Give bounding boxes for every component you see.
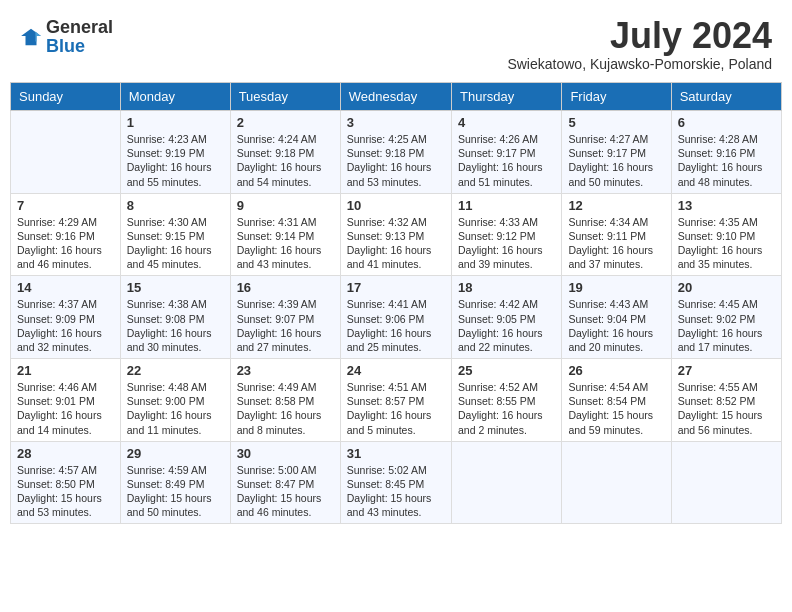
day-number: 4 <box>458 115 555 130</box>
day-cell: 18Sunrise: 4:42 AMSunset: 9:05 PMDayligh… <box>451 276 561 359</box>
subtitle: Swiekatowo, Kujawsko-Pomorskie, Poland <box>507 56 772 72</box>
day-header-saturday: Saturday <box>671 83 781 111</box>
day-info: Sunrise: 4:27 AMSunset: 9:17 PMDaylight:… <box>568 132 664 189</box>
day-info: Sunrise: 4:37 AMSunset: 9:09 PMDaylight:… <box>17 297 114 354</box>
day-number: 18 <box>458 280 555 295</box>
day-cell: 13Sunrise: 4:35 AMSunset: 9:10 PMDayligh… <box>671 193 781 276</box>
day-info: Sunrise: 4:35 AMSunset: 9:10 PMDaylight:… <box>678 215 775 272</box>
week-row-3: 14Sunrise: 4:37 AMSunset: 9:09 PMDayligh… <box>11 276 782 359</box>
day-number: 17 <box>347 280 445 295</box>
day-info: Sunrise: 4:28 AMSunset: 9:16 PMDaylight:… <box>678 132 775 189</box>
day-info: Sunrise: 4:25 AMSunset: 9:18 PMDaylight:… <box>347 132 445 189</box>
calendar-table: SundayMondayTuesdayWednesdayThursdayFrid… <box>10 82 782 524</box>
day-number: 28 <box>17 446 114 461</box>
day-cell: 12Sunrise: 4:34 AMSunset: 9:11 PMDayligh… <box>562 193 671 276</box>
calendar-header: SundayMondayTuesdayWednesdayThursdayFrid… <box>11 83 782 111</box>
day-info: Sunrise: 4:23 AMSunset: 9:19 PMDaylight:… <box>127 132 224 189</box>
month-title: July 2024 <box>507 18 772 54</box>
header-row: SundayMondayTuesdayWednesdayThursdayFrid… <box>11 83 782 111</box>
day-cell: 20Sunrise: 4:45 AMSunset: 9:02 PMDayligh… <box>671 276 781 359</box>
day-number: 15 <box>127 280 224 295</box>
day-info: Sunrise: 4:41 AMSunset: 9:06 PMDaylight:… <box>347 297 445 354</box>
day-cell: 6Sunrise: 4:28 AMSunset: 9:16 PMDaylight… <box>671 111 781 194</box>
day-number: 30 <box>237 446 334 461</box>
day-number: 1 <box>127 115 224 130</box>
day-info: Sunrise: 5:02 AMSunset: 8:45 PMDaylight:… <box>347 463 445 520</box>
day-number: 20 <box>678 280 775 295</box>
day-cell: 16Sunrise: 4:39 AMSunset: 9:07 PMDayligh… <box>230 276 340 359</box>
day-number: 26 <box>568 363 664 378</box>
title-area: July 2024 Swiekatowo, Kujawsko-Pomorskie… <box>507 18 772 72</box>
day-cell: 23Sunrise: 4:49 AMSunset: 8:58 PMDayligh… <box>230 359 340 442</box>
day-cell: 7Sunrise: 4:29 AMSunset: 9:16 PMDaylight… <box>11 193 121 276</box>
day-info: Sunrise: 4:51 AMSunset: 8:57 PMDaylight:… <box>347 380 445 437</box>
day-cell <box>451 441 561 524</box>
day-info: Sunrise: 4:52 AMSunset: 8:55 PMDaylight:… <box>458 380 555 437</box>
day-header-thursday: Thursday <box>451 83 561 111</box>
day-info: Sunrise: 4:45 AMSunset: 9:02 PMDaylight:… <box>678 297 775 354</box>
day-info: Sunrise: 4:43 AMSunset: 9:04 PMDaylight:… <box>568 297 664 354</box>
week-row-4: 21Sunrise: 4:46 AMSunset: 9:01 PMDayligh… <box>11 359 782 442</box>
day-number: 14 <box>17 280 114 295</box>
day-info: Sunrise: 4:39 AMSunset: 9:07 PMDaylight:… <box>237 297 334 354</box>
day-header-sunday: Sunday <box>11 83 121 111</box>
day-number: 13 <box>678 198 775 213</box>
day-cell <box>562 441 671 524</box>
day-header-wednesday: Wednesday <box>340 83 451 111</box>
day-cell <box>671 441 781 524</box>
day-cell: 5Sunrise: 4:27 AMSunset: 9:17 PMDaylight… <box>562 111 671 194</box>
day-number: 12 <box>568 198 664 213</box>
day-cell: 14Sunrise: 4:37 AMSunset: 9:09 PMDayligh… <box>11 276 121 359</box>
day-cell: 25Sunrise: 4:52 AMSunset: 8:55 PMDayligh… <box>451 359 561 442</box>
day-info: Sunrise: 4:49 AMSunset: 8:58 PMDaylight:… <box>237 380 334 437</box>
day-cell: 26Sunrise: 4:54 AMSunset: 8:54 PMDayligh… <box>562 359 671 442</box>
day-info: Sunrise: 4:33 AMSunset: 9:12 PMDaylight:… <box>458 215 555 272</box>
day-cell: 28Sunrise: 4:57 AMSunset: 8:50 PMDayligh… <box>11 441 121 524</box>
day-header-friday: Friday <box>562 83 671 111</box>
day-info: Sunrise: 4:54 AMSunset: 8:54 PMDaylight:… <box>568 380 664 437</box>
day-cell: 21Sunrise: 4:46 AMSunset: 9:01 PMDayligh… <box>11 359 121 442</box>
day-number: 29 <box>127 446 224 461</box>
day-number: 25 <box>458 363 555 378</box>
day-number: 9 <box>237 198 334 213</box>
day-info: Sunrise: 4:32 AMSunset: 9:13 PMDaylight:… <box>347 215 445 272</box>
day-cell: 8Sunrise: 4:30 AMSunset: 9:15 PMDaylight… <box>120 193 230 276</box>
day-info: Sunrise: 4:26 AMSunset: 9:17 PMDaylight:… <box>458 132 555 189</box>
day-info: Sunrise: 4:42 AMSunset: 9:05 PMDaylight:… <box>458 297 555 354</box>
day-number: 5 <box>568 115 664 130</box>
day-cell: 19Sunrise: 4:43 AMSunset: 9:04 PMDayligh… <box>562 276 671 359</box>
day-cell: 31Sunrise: 5:02 AMSunset: 8:45 PMDayligh… <box>340 441 451 524</box>
day-number: 23 <box>237 363 334 378</box>
day-cell: 29Sunrise: 4:59 AMSunset: 8:49 PMDayligh… <box>120 441 230 524</box>
day-cell: 22Sunrise: 4:48 AMSunset: 9:00 PMDayligh… <box>120 359 230 442</box>
day-info: Sunrise: 4:24 AMSunset: 9:18 PMDaylight:… <box>237 132 334 189</box>
calendar-body: 1Sunrise: 4:23 AMSunset: 9:19 PMDaylight… <box>11 111 782 524</box>
day-cell: 27Sunrise: 4:55 AMSunset: 8:52 PMDayligh… <box>671 359 781 442</box>
day-info: Sunrise: 4:38 AMSunset: 9:08 PMDaylight:… <box>127 297 224 354</box>
day-cell <box>11 111 121 194</box>
day-cell: 10Sunrise: 4:32 AMSunset: 9:13 PMDayligh… <box>340 193 451 276</box>
day-header-tuesday: Tuesday <box>230 83 340 111</box>
day-info: Sunrise: 4:48 AMSunset: 9:00 PMDaylight:… <box>127 380 224 437</box>
day-cell: 17Sunrise: 4:41 AMSunset: 9:06 PMDayligh… <box>340 276 451 359</box>
week-row-2: 7Sunrise: 4:29 AMSunset: 9:16 PMDaylight… <box>11 193 782 276</box>
day-cell: 4Sunrise: 4:26 AMSunset: 9:17 PMDaylight… <box>451 111 561 194</box>
day-info: Sunrise: 4:46 AMSunset: 9:01 PMDaylight:… <box>17 380 114 437</box>
day-cell: 1Sunrise: 4:23 AMSunset: 9:19 PMDaylight… <box>120 111 230 194</box>
day-number: 2 <box>237 115 334 130</box>
day-info: Sunrise: 4:57 AMSunset: 8:50 PMDaylight:… <box>17 463 114 520</box>
day-info: Sunrise: 4:59 AMSunset: 8:49 PMDaylight:… <box>127 463 224 520</box>
day-number: 10 <box>347 198 445 213</box>
logo-icon <box>20 26 42 48</box>
week-row-5: 28Sunrise: 4:57 AMSunset: 8:50 PMDayligh… <box>11 441 782 524</box>
day-info: Sunrise: 4:30 AMSunset: 9:15 PMDaylight:… <box>127 215 224 272</box>
day-number: 19 <box>568 280 664 295</box>
day-info: Sunrise: 4:34 AMSunset: 9:11 PMDaylight:… <box>568 215 664 272</box>
day-number: 16 <box>237 280 334 295</box>
day-number: 3 <box>347 115 445 130</box>
day-cell: 3Sunrise: 4:25 AMSunset: 9:18 PMDaylight… <box>340 111 451 194</box>
day-cell: 24Sunrise: 4:51 AMSunset: 8:57 PMDayligh… <box>340 359 451 442</box>
day-info: Sunrise: 4:55 AMSunset: 8:52 PMDaylight:… <box>678 380 775 437</box>
logo: General Blue <box>20 18 113 56</box>
day-header-monday: Monday <box>120 83 230 111</box>
